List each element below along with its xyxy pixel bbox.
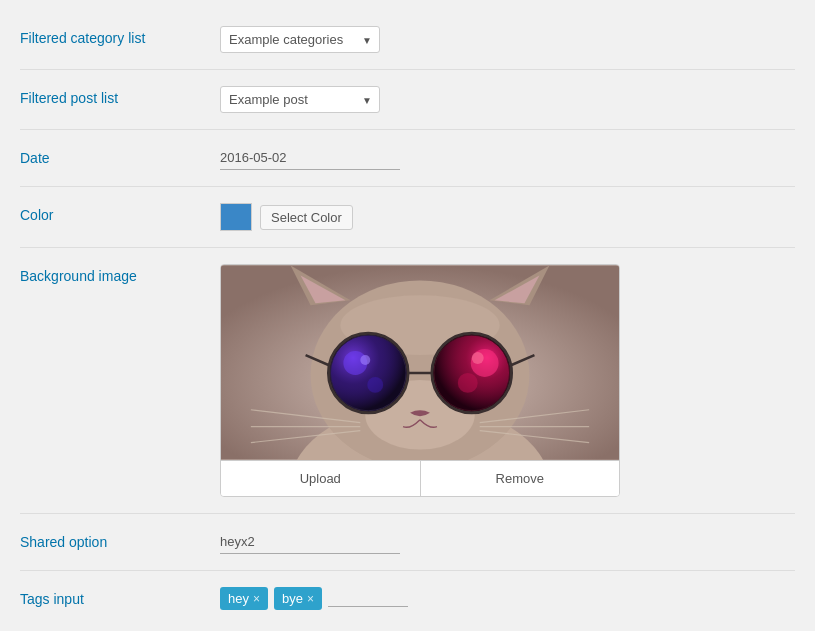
label-tags-input: Tags input bbox=[20, 587, 220, 607]
svg-point-13 bbox=[367, 377, 383, 393]
control-filtered-category-list: Example categories Category 1 Category 2 bbox=[220, 26, 795, 53]
cat-image-svg bbox=[221, 265, 619, 460]
select-category[interactable]: Example categories Category 1 Category 2 bbox=[220, 26, 380, 53]
control-date bbox=[220, 146, 795, 170]
control-color: Select Color bbox=[220, 203, 795, 231]
row-shared-option: Shared option bbox=[20, 514, 795, 570]
tags-container: hey × bye × bbox=[220, 587, 795, 610]
row-filtered-post-list: Filtered post list Example post Post 1 P… bbox=[20, 70, 795, 129]
tag-hey-remove[interactable]: × bbox=[253, 592, 260, 606]
tag-bye-remove[interactable]: × bbox=[307, 592, 314, 606]
tag-hey-label: hey bbox=[228, 591, 249, 606]
label-filtered-post-list: Filtered post list bbox=[20, 86, 220, 106]
svg-point-19 bbox=[458, 373, 478, 393]
label-shared-option: Shared option bbox=[20, 530, 220, 550]
image-container: Upload Remove bbox=[220, 264, 620, 497]
svg-point-20 bbox=[472, 352, 484, 364]
select-wrapper-post: Example post Post 1 Post 2 bbox=[220, 86, 380, 113]
row-color: Color Select Color bbox=[20, 187, 795, 247]
label-filtered-category-list: Filtered category list bbox=[20, 26, 220, 46]
remove-button[interactable]: Remove bbox=[421, 461, 620, 496]
label-background-image: Background image bbox=[20, 264, 220, 284]
row-tags-input: Tags input hey × bye × bbox=[20, 571, 795, 626]
svg-point-14 bbox=[360, 355, 370, 365]
row-background-image: Background image bbox=[20, 248, 795, 513]
control-tags-input: hey × bye × bbox=[220, 587, 795, 610]
color-swatch[interactable] bbox=[220, 203, 252, 231]
control-filtered-post-list: Example post Post 1 Post 2 bbox=[220, 86, 795, 113]
tags-text-input[interactable] bbox=[328, 591, 408, 607]
control-background-image: Upload Remove bbox=[220, 264, 795, 497]
select-wrapper-category: Example categories Category 1 Category 2 bbox=[220, 26, 380, 53]
tag-hey: hey × bbox=[220, 587, 268, 610]
tag-bye-label: bye bbox=[282, 591, 303, 606]
settings-container: Filtered category list Example categorie… bbox=[0, 0, 815, 631]
image-buttons: Upload Remove bbox=[221, 460, 619, 496]
row-filtered-category-list: Filtered category list Example categorie… bbox=[20, 10, 795, 69]
label-date: Date bbox=[20, 146, 220, 166]
color-row: Select Color bbox=[220, 203, 795, 231]
control-shared-option bbox=[220, 530, 795, 554]
label-color: Color bbox=[20, 203, 220, 223]
select-color-button[interactable]: Select Color bbox=[260, 205, 353, 230]
date-input[interactable] bbox=[220, 146, 400, 170]
shared-option-input[interactable] bbox=[220, 530, 400, 554]
select-post[interactable]: Example post Post 1 Post 2 bbox=[220, 86, 380, 113]
upload-button[interactable]: Upload bbox=[221, 461, 421, 496]
image-preview bbox=[221, 265, 619, 460]
row-date: Date bbox=[20, 130, 795, 186]
tag-bye: bye × bbox=[274, 587, 322, 610]
